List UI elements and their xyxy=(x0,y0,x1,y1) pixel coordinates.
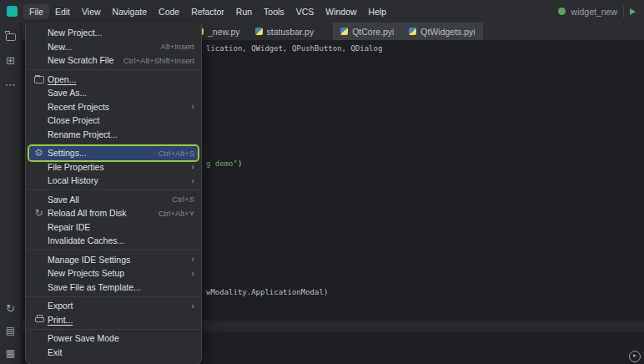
run-config-name: widget_new xyxy=(571,7,617,17)
menu-item[interactable]: New Project... › xyxy=(29,26,198,40)
ide-logo-icon xyxy=(7,6,18,17)
menu-item-label: Exit xyxy=(48,347,63,357)
menu-item-icon-slot xyxy=(33,100,45,113)
stripe-bottom-icons xyxy=(3,301,18,361)
menu-item[interactable]: Save File as Template... › xyxy=(29,281,198,295)
menubar-item[interactable]: Run xyxy=(230,4,258,19)
editor-tabs: _new.py statusbar.py QtCore.pyi QtWidget… xyxy=(189,23,483,40)
menubar-item[interactable]: Code xyxy=(153,4,185,19)
menu-item-label: File Properties xyxy=(48,162,104,172)
menu-item-label: Save As... xyxy=(48,88,87,98)
run-config-icon xyxy=(558,8,566,15)
menu-item[interactable]: Reload All from Disk Ctrl+Alt+Y › xyxy=(29,206,198,220)
menu-item-label: Save All xyxy=(48,195,79,205)
menu-separator xyxy=(27,329,200,330)
folder-icon xyxy=(33,73,45,85)
more-icon[interactable] xyxy=(3,77,18,92)
menu-item-shortcut: Ctrl+Alt+S xyxy=(158,149,194,158)
menubar-item[interactable]: Edit xyxy=(49,4,76,19)
menu-item-icon-slot xyxy=(33,332,45,345)
menu-item-icon-slot xyxy=(33,300,45,312)
packages-icon[interactable] xyxy=(3,346,18,361)
code-line: g demo") xyxy=(206,159,242,169)
menu-item[interactable]: New Projects Setup › xyxy=(29,266,198,281)
python-file-icon xyxy=(340,28,348,35)
menu-item-label: Rename Project... xyxy=(48,129,118,139)
menu-item[interactable]: Export › xyxy=(29,299,198,313)
menu-item-icon-slot xyxy=(33,160,45,173)
menu-item-label: New Projects Setup xyxy=(48,268,124,278)
menubar-item[interactable]: Refactor xyxy=(185,4,230,19)
menubar-item[interactable]: Window xyxy=(319,4,362,19)
menu-item[interactable]: Rename Project... › xyxy=(29,128,198,142)
menu-item-icon-slot xyxy=(33,27,45,39)
menubar-item[interactable]: Tools xyxy=(258,4,290,19)
code-line: wModality.ApplicationModal) xyxy=(206,287,328,297)
menu-item-icon-slot xyxy=(33,193,45,205)
folder-icon[interactable] xyxy=(3,28,18,43)
editor-tab[interactable]: statusbar.py xyxy=(248,23,322,40)
editor-tab[interactable]: QtWidgets.pyi xyxy=(401,23,482,40)
menu-item-icon-slot xyxy=(33,235,45,247)
gear-icon xyxy=(33,147,45,159)
menu-item[interactable]: Repair IDE › xyxy=(29,220,198,235)
menu-item[interactable]: Invalidate Caches... › xyxy=(29,234,198,248)
file-menu-popup: New Project... › New... Alt+Insert › New… xyxy=(25,23,202,364)
menu-item[interactable]: Save As... › xyxy=(29,86,198,100)
code-line: lication, QWidget, QPushButton, QDialog xyxy=(206,43,382,53)
menu-item-label: Reload All from Disk xyxy=(48,208,127,218)
tab-label: QtCore.pyi xyxy=(352,27,394,37)
run-button[interactable] xyxy=(630,8,636,15)
submenu-arrow-icon: › xyxy=(191,176,194,185)
menubar-item[interactable]: Navigate xyxy=(107,4,153,19)
menu-separator xyxy=(27,296,200,297)
menu-item-label: Repair IDE xyxy=(48,222,90,232)
menu-item[interactable]: Manage IDE Settings › xyxy=(29,253,198,267)
menu-item-label: Settings... xyxy=(48,148,87,158)
menu-item[interactable]: Settings... Ctrl+Alt+S › xyxy=(29,146,198,160)
menu-item[interactable]: Save All Ctrl+S › xyxy=(29,193,198,207)
menu-item[interactable]: Print... › xyxy=(29,313,198,327)
menu-item-icon-slot xyxy=(33,281,45,293)
menu-item-label: Recent Projects xyxy=(48,102,109,112)
menu-item[interactable]: File Properties › xyxy=(29,160,198,174)
menu-item-icon-slot xyxy=(33,253,45,265)
submenu-arrow-icon: › xyxy=(191,162,194,171)
menu-item-icon-slot xyxy=(33,267,45,280)
menu-item[interactable]: New Scratch File Ctrl+Alt+Shift+Insert › xyxy=(29,53,198,68)
services-icon[interactable] xyxy=(3,323,18,338)
menubar-item[interactable]: File xyxy=(23,4,49,19)
menu-item-icon-slot xyxy=(33,220,45,233)
services-play-icon[interactable] xyxy=(629,351,641,362)
run-widget[interactable]: widget_new xyxy=(558,0,636,23)
sync-icon[interactable] xyxy=(3,301,18,316)
menu-item-icon-slot xyxy=(33,54,45,67)
menubar-item[interactable]: VCS xyxy=(290,4,320,19)
menu-item[interactable]: Close Project › xyxy=(29,114,198,128)
structure-icon[interactable] xyxy=(3,53,18,68)
menu-item-label: Save File as Template... xyxy=(48,282,141,292)
menu-item[interactable]: Local History › xyxy=(29,174,198,188)
stripe-top-icons xyxy=(3,28,18,92)
menubar-item[interactable]: Help xyxy=(363,4,393,19)
menu-item-label: New Scratch File xyxy=(48,55,113,65)
menu-item-icon-slot xyxy=(33,114,45,127)
editor-tab[interactable]: QtCore.pyi xyxy=(333,23,401,40)
menu-separator xyxy=(27,144,200,144)
menubar-item[interactable]: View xyxy=(76,4,107,19)
menu-item-icon-slot xyxy=(33,40,45,53)
menu-item[interactable]: Recent Projects › xyxy=(29,100,198,114)
menu-item[interactable]: New... Alt+Insert › xyxy=(29,40,198,54)
menu-item[interactable]: Open... › xyxy=(29,73,198,87)
menu-item[interactable]: Exit › xyxy=(29,346,198,360)
menu-item-label: Close Project xyxy=(48,115,99,125)
menu-item-label: Invalidate Caches... xyxy=(48,235,124,245)
menu-item[interactable]: Power Save Mode › xyxy=(29,331,198,346)
submenu-arrow-icon: › xyxy=(191,269,194,278)
menu-separator xyxy=(27,190,200,190)
left-tool-stripe xyxy=(0,23,22,364)
menu-separator xyxy=(27,69,200,70)
divider xyxy=(623,6,624,18)
tab-label: QtWidgets.pyi xyxy=(420,27,475,37)
menu-item-label: Power Save Mode xyxy=(48,333,119,343)
